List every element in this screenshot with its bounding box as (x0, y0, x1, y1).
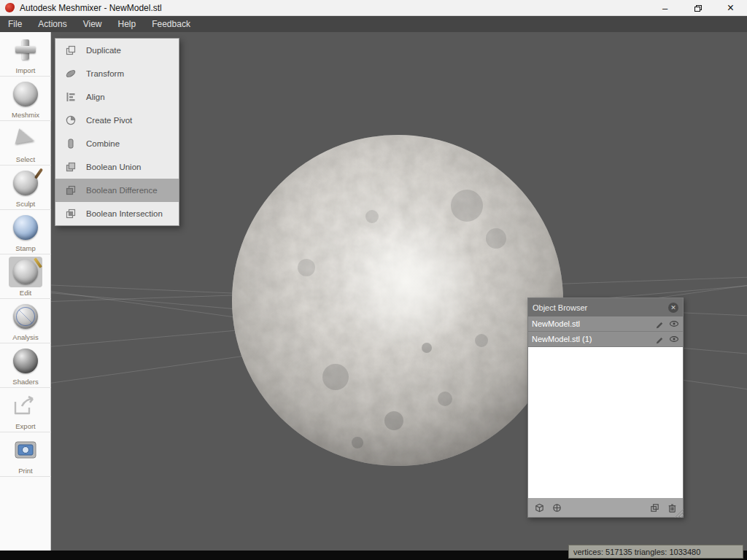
menu-item-create-pivot[interactable]: Create Pivot (55, 109, 179, 132)
sidebar-item-label: Print (18, 467, 33, 475)
resize-grip[interactable] (673, 508, 684, 518)
sidebar-item-label: Edit (20, 289, 31, 297)
object-row[interactable]: NewModel.stl (528, 316, 683, 332)
object-browser-footer (528, 498, 683, 517)
menu-actions[interactable]: Actions (30, 16, 74, 32)
print-icon (14, 439, 37, 461)
combine-icon (64, 138, 77, 150)
sidebar-item-meshmix[interactable]: Meshmix (0, 77, 51, 121)
restore-icon (694, 5, 702, 12)
menu-item-boolean-difference[interactable]: Boolean Difference (55, 179, 179, 202)
sidebar-item-edit[interactable]: Edit (0, 254, 51, 299)
menu-item-align[interactable]: Align (55, 85, 179, 109)
duplicate-icon (64, 44, 77, 57)
sidebar-item-select[interactable]: Select (0, 121, 51, 166)
sculpt-icon (13, 171, 38, 195)
edit-object-icon[interactable] (654, 319, 665, 329)
analysis-icon (13, 304, 38, 329)
sidebar-item-sculpt[interactable]: Sculpt (0, 166, 51, 210)
shaders-icon (13, 349, 38, 373)
menu-item-combine[interactable]: Combine (55, 132, 179, 155)
sidebar-item-import[interactable]: Import (0, 32, 51, 77)
sidebar-item-label: Shaders (12, 378, 38, 386)
menu-item-boolean-intersection[interactable]: Boolean Intersection (55, 202, 179, 225)
window-title: Autodesk Meshmixer - NewModel.stl (20, 3, 162, 13)
sidebar-item-label: Stamp (15, 244, 35, 252)
sidebar-item-export[interactable]: Export (0, 388, 51, 432)
object-list: NewModel.stl NewModel.stl (1) (528, 316, 683, 498)
transform-icon (64, 68, 77, 80)
boolean-union-icon (64, 161, 77, 174)
sidebar-item-label: Import (16, 66, 36, 74)
menu-view[interactable]: View (75, 16, 110, 32)
sidebar-item-analysis[interactable]: Analysis (0, 299, 51, 343)
object-browser-panel: Object Browser ✕ NewModel.stl NewModel.s… (527, 298, 684, 518)
close-button[interactable]: × (714, 0, 747, 16)
tool-sidebar: Import Meshmix Select Sculpt Stamp Edit … (0, 32, 51, 551)
pivot-icon[interactable] (551, 502, 562, 513)
boolean-difference-icon (64, 184, 77, 197)
menu-feedback[interactable]: Feedback (144, 16, 198, 32)
object-browser-header[interactable]: Object Browser ✕ (528, 298, 683, 316)
object-row[interactable]: NewModel.stl (1) (528, 332, 683, 347)
meshmixer-logo-icon (5, 3, 15, 12)
moon-model (226, 129, 569, 472)
menu-help[interactable]: Help (110, 16, 144, 32)
sidebar-item-label: Meshmix (12, 111, 39, 119)
sidebar-item-label: Analysis (12, 333, 38, 341)
add-mesh-cube-icon[interactable] (533, 502, 545, 513)
edit-menu-popup: Duplicate Transform Align Create Pivot C… (55, 38, 179, 226)
meshmixer-window: Autodesk Meshmixer - NewModel.stl – × Fi… (0, 0, 747, 560)
menu-item-boolean-union[interactable]: Boolean Union (55, 155, 179, 179)
create-pivot-icon (64, 114, 77, 127)
sidebar-item-label: Export (15, 422, 35, 430)
boolean-intersection-icon (64, 208, 77, 220)
export-icon (13, 394, 38, 416)
menu-item-transform[interactable]: Transform (55, 62, 179, 85)
sidebar-item-stamp[interactable]: Stamp (0, 210, 51, 254)
visibility-eye-icon[interactable] (669, 319, 679, 329)
menu-item-duplicate[interactable]: Duplicate (55, 39, 179, 62)
visibility-eye-icon[interactable] (669, 334, 679, 344)
status-readout: vertices: 517135 triangles: 1033480 (568, 545, 743, 559)
minimize-button[interactable]: – (649, 0, 681, 16)
sidebar-item-label: Select (16, 155, 35, 163)
edit-object-icon[interactable] (654, 334, 665, 344)
select-icon (15, 128, 36, 148)
object-name: NewModel.stl (532, 319, 650, 328)
sidebar-item-shaders[interactable]: Shaders (0, 343, 51, 388)
sidebar-item-print[interactable]: Print (0, 432, 51, 477)
menu-bar: File Actions View Help Feedback (0, 16, 747, 32)
edit-icon (13, 260, 38, 284)
object-browser-title: Object Browser (533, 303, 668, 312)
align-icon (64, 91, 77, 104)
import-icon (14, 38, 37, 61)
title-bar: Autodesk Meshmixer - NewModel.stl – × (0, 0, 747, 16)
object-name: NewModel.stl (1) (532, 335, 650, 343)
duplicate-object-icon[interactable] (649, 502, 660, 513)
stamp-icon (13, 215, 38, 240)
vertex-triangle-count: vertices: 517135 triangles: 1033480 (573, 548, 700, 556)
meshmix-icon (13, 82, 38, 106)
close-panel-icon[interactable]: ✕ (668, 303, 678, 313)
maximize-button[interactable] (681, 0, 714, 16)
sidebar-item-label: Sculpt (16, 200, 35, 208)
menu-file[interactable]: File (0, 16, 30, 32)
